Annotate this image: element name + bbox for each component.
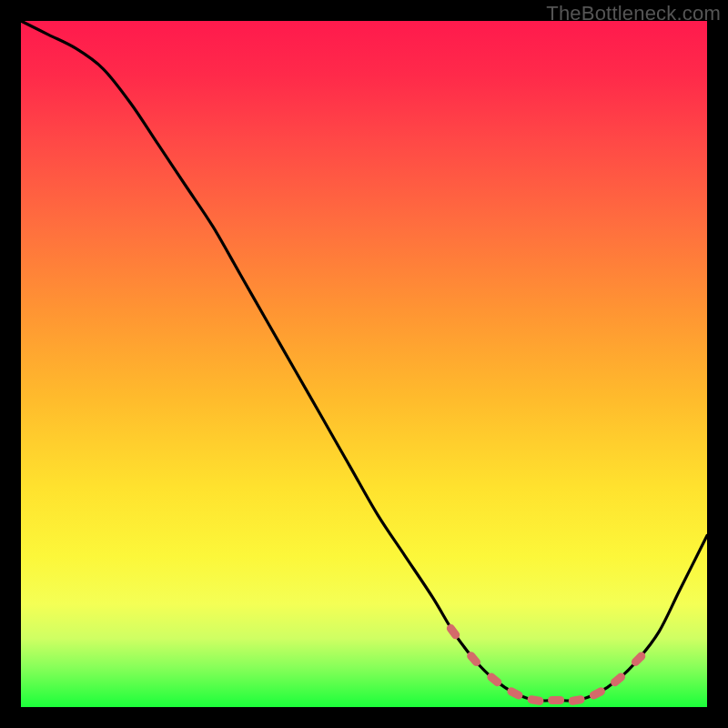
- highlight-dot: [527, 695, 544, 706]
- outer-frame: TheBottleneck.com: [0, 0, 728, 728]
- highlight-dot: [548, 696, 564, 704]
- bottleneck-curve-svg: [21, 21, 707, 707]
- highlight-dot: [568, 695, 585, 706]
- plot-area: [21, 21, 707, 707]
- highlight-dots: [445, 622, 647, 705]
- bottleneck-curve: [21, 21, 707, 701]
